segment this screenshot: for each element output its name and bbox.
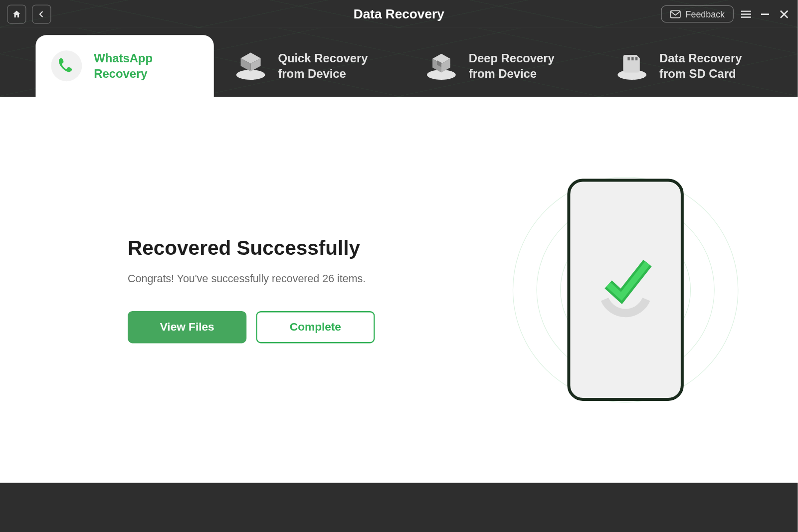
tab-label-line2: from Device [278, 67, 346, 80]
tab-label: Data Recovery from SD Card [659, 50, 742, 81]
quick-recovery-icon [234, 49, 267, 83]
tab-sd-recovery[interactable]: Data Recovery from SD Card [601, 35, 792, 97]
tab-label-line1: WhatsApp [94, 52, 153, 65]
footer-bar [0, 483, 798, 532]
tab-label-line2: from Device [469, 67, 537, 80]
checkmark-graphic [593, 257, 658, 323]
tab-label: WhatsApp Recovery [94, 50, 153, 81]
close-icon [779, 8, 789, 19]
app-title: Data Recovery [354, 6, 444, 22]
close-button[interactable] [778, 7, 791, 20]
svg-rect-18 [627, 57, 629, 60]
check-icon [593, 252, 658, 318]
minimize-icon [760, 8, 770, 19]
tab-label-line2: from SD Card [659, 67, 736, 80]
content-area: Recovered Successfully Congrats! You've … [0, 97, 798, 483]
menu-icon [740, 9, 752, 18]
tab-quick-recovery[interactable]: Quick Recovery from Device [220, 35, 410, 97]
feedback-button[interactable]: Feedback [661, 5, 734, 23]
svg-rect-20 [635, 57, 637, 60]
svg-rect-0 [670, 10, 680, 17]
chevron-left-icon [37, 10, 46, 18]
view-files-button[interactable]: View Files [128, 311, 246, 343]
button-row: View Files Complete [128, 311, 375, 343]
svg-point-7 [51, 50, 82, 81]
tabs-bar: WhatsApp Recovery Quick Recovery from De… [0, 28, 798, 97]
whatsapp-icon [50, 49, 83, 83]
success-subtitle: Congrats! You've successfully recovered … [128, 273, 375, 285]
sd-card-icon [615, 49, 649, 83]
phone-illustration [501, 165, 750, 414]
tab-whatsapp-recovery[interactable]: WhatsApp Recovery [35, 35, 213, 97]
title-bar: Data Recovery Feedback [0, 0, 798, 28]
tab-label-line2: Recovery [94, 67, 147, 80]
header-right-group: Feedback [661, 5, 791, 23]
success-title: Recovered Successfully [128, 236, 375, 259]
phone-frame [567, 178, 683, 400]
tab-label-line1: Quick Recovery [278, 52, 368, 65]
tab-label: Deep Recovery from Device [469, 50, 555, 81]
menu-button[interactable] [740, 7, 753, 20]
app-window: Data Recovery Feedback [0, 0, 798, 532]
mail-icon [670, 10, 681, 18]
success-text-block: Recovered Successfully Congrats! You've … [128, 236, 375, 343]
home-icon [12, 9, 21, 18]
minimize-button[interactable] [759, 7, 772, 20]
tab-label: Quick Recovery from Device [278, 50, 368, 81]
back-button[interactable] [32, 4, 51, 23]
tab-label-line1: Deep Recovery [469, 52, 555, 65]
deep-recovery-icon [425, 49, 458, 83]
tab-deep-recovery[interactable]: Deep Recovery from Device [410, 35, 601, 97]
svg-rect-19 [631, 57, 633, 60]
complete-button[interactable]: Complete [256, 311, 375, 343]
feedback-label: Feedback [686, 9, 725, 19]
home-button[interactable] [7, 4, 26, 23]
tab-label-line1: Data Recovery [659, 52, 742, 65]
